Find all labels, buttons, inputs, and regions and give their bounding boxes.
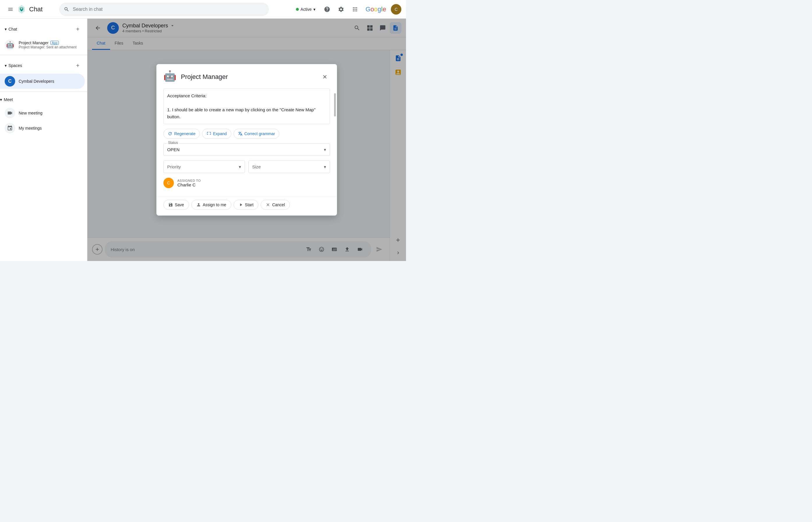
sidebar: ▾ Chat + 🤖 Project Manager App Project M… [0, 19, 87, 261]
avatar[interactable]: C [391, 4, 401, 15]
spaces-section-label: Spaces [8, 63, 22, 68]
size-chevron-icon: ▾ [324, 164, 326, 169]
chat-section-header[interactable]: ▾ Chat + [5, 23, 82, 35]
sidebar-item-my-meetings[interactable]: My meetings [0, 121, 85, 136]
assigned-name: Charlie C [177, 182, 201, 187]
correct-grammar-icon [238, 132, 243, 136]
chevron-down-icon: ▾ [5, 27, 7, 32]
start-label: Start [245, 202, 254, 207]
priority-select[interactable]: Priority ▾ [163, 161, 245, 173]
apps-button[interactable] [349, 3, 361, 15]
cymbal-name: Cymbal Developers [19, 79, 54, 84]
dialog-footer: Save Assign to me Start Cancel [156, 196, 337, 216]
my-meetings-label: My meetings [19, 126, 42, 130]
priority-label: Priority [167, 164, 181, 169]
meet-section-header[interactable]: ▾ Meet [0, 96, 87, 103]
cancel-button[interactable]: Cancel [261, 200, 290, 210]
sidebar-item-name: Project Manager [19, 40, 49, 45]
meet-chevron-icon: ▾ [0, 97, 2, 102]
add-chat-button[interactable]: + [73, 24, 82, 34]
dialog-close-button[interactable]: ✕ [320, 72, 330, 82]
correct-grammar-button[interactable]: Correct grammar [234, 129, 280, 139]
assigned-info: ASSIGNED TO Charlie C [177, 179, 201, 187]
acceptance-criteria-heading: Acceptance Criteria: 1. I should be able… [167, 92, 326, 120]
dialog-scrollbar[interactable] [334, 88, 336, 192]
meet-section-label: Meet [4, 97, 13, 102]
meet-section-title: ▾ Meet [0, 97, 13, 102]
dialog-title: Project Manager [181, 73, 316, 81]
expand-icon [206, 132, 211, 136]
topbar-actions: Active ▾ Google C [292, 3, 401, 15]
acceptance-criteria-content: Acceptance Criteria: 1. I should be able… [167, 92, 326, 120]
dialog-overlay: 🤖 Project Manager ✕ Acceptance Criteria:… [87, 19, 406, 261]
size-label: Size [252, 164, 261, 169]
robot-icon: 🤖 [163, 70, 177, 84]
priority-chevron-icon: ▾ [239, 164, 241, 169]
expand-label: Expand [213, 132, 227, 136]
project-manager-dialog: 🤖 Project Manager ✕ Acceptance Criteria:… [156, 64, 337, 216]
new-meeting-icon [5, 108, 15, 118]
status-label: Status [167, 141, 179, 145]
scrollbar-thumb [334, 93, 336, 117]
help-button[interactable] [321, 3, 333, 15]
app-name-label: Chat [29, 5, 42, 13]
search-icon [64, 6, 69, 12]
meet-section: ▾ Meet [0, 94, 87, 105]
assigned-section: C ASSIGNED TO Charlie C [163, 178, 330, 188]
cancel-label: Cancel [272, 202, 285, 207]
google-logo: Google [366, 5, 386, 13]
priority-size-row: Priority ▾ Size ▾ [163, 161, 330, 173]
action-buttons: Regenerate Expand Correct grammar [163, 129, 330, 139]
assign-to-me-label: Assign to me [203, 202, 226, 207]
chat-section-label: Chat [8, 27, 17, 32]
add-space-button[interactable]: + [73, 61, 82, 70]
save-icon [168, 202, 173, 207]
svg-rect-1 [20, 8, 22, 9]
size-select[interactable]: Size ▾ [248, 161, 330, 173]
divider-2 [0, 91, 87, 92]
sidebar-item-content: Project Manager App Project Manager: Sen… [19, 40, 80, 49]
save-label: Save [175, 202, 184, 207]
status-dot [296, 8, 299, 11]
sidebar-item-badge: App [50, 41, 59, 45]
settings-button[interactable] [335, 3, 347, 15]
search-input[interactable] [73, 7, 264, 12]
regenerate-label: Regenerate [174, 132, 196, 136]
status-label: Active [301, 7, 312, 12]
dialog-header: 🤖 Project Manager ✕ [156, 64, 337, 88]
assign-to-me-button[interactable]: Assign to me [191, 200, 231, 210]
assigned-avatar: C [163, 178, 174, 188]
save-button[interactable]: Save [163, 200, 189, 210]
spaces-chevron-icon: ▾ [5, 63, 7, 68]
dialog-body: Acceptance Criteria: 1. I should be able… [156, 88, 337, 196]
sidebar-item-new-meeting[interactable]: New meeting [0, 105, 85, 121]
new-meeting-label: New meeting [19, 111, 42, 115]
main-layout: ▾ Chat + 🤖 Project Manager App Project M… [0, 19, 406, 261]
regenerate-button[interactable]: Regenerate [163, 129, 200, 139]
project-manager-avatar: 🤖 [5, 40, 15, 50]
acceptance-criteria-text: Acceptance Criteria: 1. I should be able… [163, 88, 330, 124]
status-chevron-icon: ▾ [324, 147, 326, 152]
start-button[interactable]: Start [234, 200, 259, 210]
topbar: Chat Active ▾ Google C [0, 0, 406, 19]
start-icon [239, 202, 243, 207]
sidebar-item-cymbal-developers[interactable]: C Cymbal Developers [0, 74, 85, 89]
search-box[interactable] [59, 3, 269, 16]
expand-button[interactable]: Expand [202, 129, 231, 139]
status-button[interactable]: Active ▾ [292, 5, 319, 14]
regenerate-icon [168, 132, 172, 136]
status-select[interactable]: OPEN ▾ [163, 143, 330, 156]
spaces-section-title: ▾ Spaces [5, 63, 22, 68]
spaces-section-header[interactable]: ▾ Spaces + [5, 60, 82, 72]
menu-icon[interactable] [5, 3, 16, 15]
spaces-section: ▾ Spaces + [0, 57, 87, 74]
status-field: Status OPEN ▾ [163, 143, 330, 156]
sidebar-item-name-row: Project Manager App [19, 40, 80, 45]
chat-section-title: ▾ Chat [5, 27, 17, 32]
app-logo: Chat [16, 4, 42, 15]
cancel-icon [266, 202, 270, 207]
search-area [59, 3, 269, 16]
my-meetings-icon [5, 123, 15, 134]
cymbal-avatar: C [5, 76, 15, 86]
sidebar-item-project-manager[interactable]: 🤖 Project Manager App Project Manager: S… [0, 37, 85, 53]
